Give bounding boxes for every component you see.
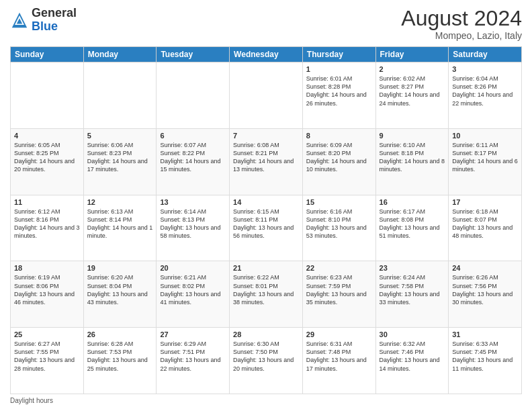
calendar-cell: 1Sunrise: 6:01 AM Sunset: 8:28 PM Daylig… bbox=[302, 62, 375, 129]
day-info: Sunrise: 6:12 AM Sunset: 8:16 PM Dayligh… bbox=[14, 208, 80, 240]
calendar-cell bbox=[157, 62, 230, 129]
calendar-week-4: 18Sunrise: 6:19 AM Sunset: 8:06 PM Dayli… bbox=[11, 261, 522, 328]
col-wednesday: Wednesday bbox=[230, 47, 303, 62]
day-number: 12 bbox=[87, 198, 153, 206]
day-number: 27 bbox=[160, 330, 226, 338]
day-info: Sunrise: 6:07 AM Sunset: 8:22 PM Dayligh… bbox=[160, 141, 226, 174]
calendar-cell: 6Sunrise: 6:07 AM Sunset: 8:22 PM Daylig… bbox=[157, 128, 230, 195]
header: General Blue August 2024 Mompeo, Lazio, … bbox=[10, 7, 522, 41]
day-number: 25 bbox=[14, 330, 80, 338]
calendar-cell: 11Sunrise: 6:12 AM Sunset: 8:16 PM Dayli… bbox=[11, 195, 84, 261]
day-info: Sunrise: 6:02 AM Sunset: 8:27 PM Dayligh… bbox=[380, 75, 445, 107]
day-number: 14 bbox=[233, 198, 299, 206]
day-number: 11 bbox=[14, 198, 80, 206]
calendar-cell: 20Sunrise: 6:21 AM Sunset: 8:02 PM Dayli… bbox=[157, 261, 230, 328]
calendar-cell bbox=[83, 62, 157, 129]
calendar-cell: 27Sunrise: 6:29 AM Sunset: 7:51 PM Dayli… bbox=[157, 328, 230, 394]
day-number: 18 bbox=[14, 264, 80, 272]
day-info: Sunrise: 6:30 AM Sunset: 7:50 PM Dayligh… bbox=[233, 340, 299, 373]
day-number: 1 bbox=[306, 65, 372, 73]
calendar-cell: 10Sunrise: 6:11 AM Sunset: 8:17 PM Dayli… bbox=[449, 128, 522, 195]
day-info: Sunrise: 6:24 AM Sunset: 7:58 PM Dayligh… bbox=[380, 273, 445, 306]
month-year: August 2024 bbox=[401, 7, 522, 30]
day-info: Sunrise: 6:17 AM Sunset: 8:08 PM Dayligh… bbox=[380, 208, 445, 240]
calendar-cell: 22Sunrise: 6:23 AM Sunset: 7:59 PM Dayli… bbox=[302, 261, 375, 328]
calendar-cell: 31Sunrise: 6:33 AM Sunset: 7:45 PM Dayli… bbox=[449, 328, 522, 394]
day-info: Sunrise: 6:05 AM Sunset: 8:25 PM Dayligh… bbox=[14, 141, 80, 174]
day-info: Sunrise: 6:14 AM Sunset: 8:13 PM Dayligh… bbox=[160, 208, 226, 240]
calendar-cell: 18Sunrise: 6:19 AM Sunset: 8:06 PM Dayli… bbox=[11, 261, 84, 328]
day-number: 31 bbox=[452, 330, 518, 338]
day-number: 2 bbox=[380, 65, 445, 73]
calendar-cell: 30Sunrise: 6:32 AM Sunset: 7:46 PM Dayli… bbox=[375, 328, 449, 394]
day-info: Sunrise: 6:32 AM Sunset: 7:46 PM Dayligh… bbox=[380, 340, 445, 373]
day-info: Sunrise: 6:15 AM Sunset: 8:11 PM Dayligh… bbox=[233, 208, 299, 240]
day-number: 19 bbox=[87, 264, 153, 272]
day-info: Sunrise: 6:33 AM Sunset: 7:45 PM Dayligh… bbox=[452, 340, 518, 373]
logo-icon bbox=[10, 11, 29, 30]
calendar-header-row: Sunday Monday Tuesday Wednesday Thursday… bbox=[11, 47, 522, 62]
day-number: 30 bbox=[380, 330, 445, 338]
col-tuesday: Tuesday bbox=[157, 47, 230, 62]
calendar-cell: 26Sunrise: 6:28 AM Sunset: 7:53 PM Dayli… bbox=[83, 328, 157, 394]
day-info: Sunrise: 6:26 AM Sunset: 7:56 PM Dayligh… bbox=[452, 273, 518, 306]
day-info: Sunrise: 6:22 AM Sunset: 8:01 PM Dayligh… bbox=[233, 273, 299, 306]
day-info: Sunrise: 6:29 AM Sunset: 7:51 PM Dayligh… bbox=[160, 340, 226, 373]
day-info: Sunrise: 6:19 AM Sunset: 8:06 PM Dayligh… bbox=[14, 273, 80, 306]
calendar-cell: 29Sunrise: 6:31 AM Sunset: 7:48 PM Dayli… bbox=[302, 328, 375, 394]
calendar-cell: 7Sunrise: 6:08 AM Sunset: 8:21 PM Daylig… bbox=[230, 128, 303, 195]
calendar-cell: 9Sunrise: 6:10 AM Sunset: 8:18 PM Daylig… bbox=[375, 128, 449, 195]
calendar-cell bbox=[230, 62, 303, 129]
day-number: 10 bbox=[452, 132, 518, 140]
col-sunday: Sunday bbox=[11, 47, 84, 62]
day-info: Sunrise: 6:28 AM Sunset: 7:53 PM Dayligh… bbox=[87, 340, 153, 373]
day-number: 26 bbox=[87, 330, 153, 338]
day-number: 7 bbox=[233, 132, 299, 140]
day-number: 5 bbox=[87, 132, 153, 140]
day-number: 22 bbox=[306, 264, 372, 272]
day-number: 13 bbox=[160, 198, 226, 206]
day-number: 28 bbox=[233, 330, 299, 338]
calendar-cell: 5Sunrise: 6:06 AM Sunset: 8:23 PM Daylig… bbox=[83, 128, 157, 195]
calendar-cell: 12Sunrise: 6:13 AM Sunset: 8:14 PM Dayli… bbox=[83, 195, 157, 261]
col-monday: Monday bbox=[83, 47, 157, 62]
day-number: 4 bbox=[14, 132, 80, 140]
col-friday: Friday bbox=[375, 47, 449, 62]
day-info: Sunrise: 6:23 AM Sunset: 7:59 PM Dayligh… bbox=[306, 273, 372, 306]
page: General Blue August 2024 Mompeo, Lazio, … bbox=[0, 0, 532, 411]
calendar-cell: 19Sunrise: 6:20 AM Sunset: 8:04 PM Dayli… bbox=[83, 261, 157, 328]
calendar-cell bbox=[11, 62, 84, 129]
day-number: 8 bbox=[306, 132, 372, 140]
day-info: Sunrise: 6:21 AM Sunset: 8:02 PM Dayligh… bbox=[160, 273, 226, 306]
day-number: 21 bbox=[233, 264, 299, 272]
day-number: 20 bbox=[160, 264, 226, 272]
calendar-cell: 15Sunrise: 6:16 AM Sunset: 8:10 PM Dayli… bbox=[302, 195, 375, 261]
day-number: 17 bbox=[452, 198, 518, 206]
calendar-cell: 2Sunrise: 6:02 AM Sunset: 8:27 PM Daylig… bbox=[375, 62, 449, 129]
logo-general: General bbox=[32, 6, 77, 19]
calendar-cell: 4Sunrise: 6:05 AM Sunset: 8:25 PM Daylig… bbox=[11, 128, 84, 195]
calendar-cell: 14Sunrise: 6:15 AM Sunset: 8:11 PM Dayli… bbox=[230, 195, 303, 261]
logo-text: General Blue bbox=[32, 7, 77, 34]
day-info: Sunrise: 6:11 AM Sunset: 8:17 PM Dayligh… bbox=[452, 141, 518, 174]
day-info: Sunrise: 6:13 AM Sunset: 8:14 PM Dayligh… bbox=[87, 208, 153, 240]
day-info: Sunrise: 6:04 AM Sunset: 8:26 PM Dayligh… bbox=[452, 75, 518, 107]
day-number: 6 bbox=[160, 132, 226, 140]
day-number: 16 bbox=[380, 198, 445, 206]
day-number: 23 bbox=[380, 264, 445, 272]
day-info: Sunrise: 6:10 AM Sunset: 8:18 PM Dayligh… bbox=[380, 141, 445, 174]
logo: General Blue bbox=[10, 7, 77, 34]
calendar-cell: 25Sunrise: 6:27 AM Sunset: 7:55 PM Dayli… bbox=[11, 328, 84, 394]
col-thursday: Thursday bbox=[302, 47, 375, 62]
logo-blue: Blue bbox=[32, 19, 58, 33]
day-info: Sunrise: 6:01 AM Sunset: 8:28 PM Dayligh… bbox=[306, 75, 372, 107]
day-info: Sunrise: 6:06 AM Sunset: 8:23 PM Dayligh… bbox=[87, 141, 153, 174]
col-saturday: Saturday bbox=[449, 47, 522, 62]
calendar-cell: 8Sunrise: 6:09 AM Sunset: 8:20 PM Daylig… bbox=[302, 128, 375, 195]
calendar-week-2: 4Sunrise: 6:05 AM Sunset: 8:25 PM Daylig… bbox=[11, 128, 522, 195]
calendar-cell: 16Sunrise: 6:17 AM Sunset: 8:08 PM Dayli… bbox=[375, 195, 449, 261]
day-number: 9 bbox=[380, 132, 445, 140]
calendar-cell: 13Sunrise: 6:14 AM Sunset: 8:13 PM Dayli… bbox=[157, 195, 230, 261]
calendar-cell: 24Sunrise: 6:26 AM Sunset: 7:56 PM Dayli… bbox=[449, 261, 522, 328]
calendar-cell: 21Sunrise: 6:22 AM Sunset: 8:01 PM Dayli… bbox=[230, 261, 303, 328]
